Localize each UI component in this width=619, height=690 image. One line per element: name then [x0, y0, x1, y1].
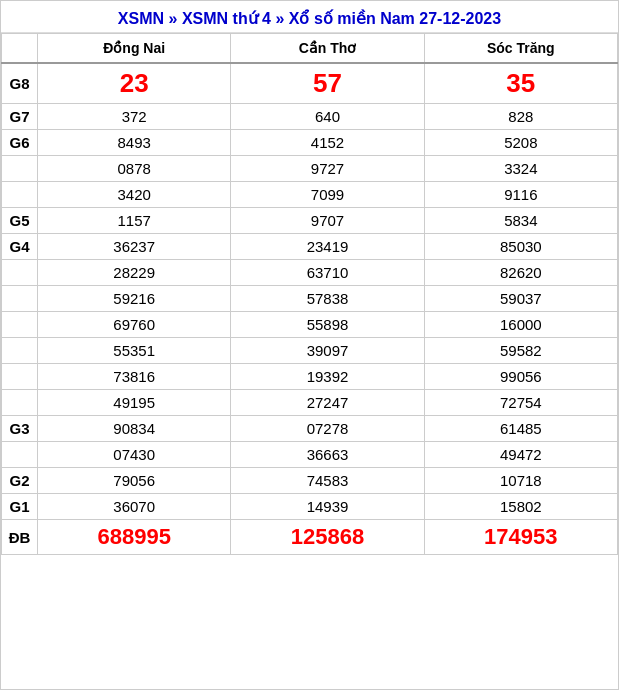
g4-3-dongnai: 59216 [38, 286, 231, 312]
page-header: XSMN » XSMN thứ 4 » Xổ số miền Nam 27-12… [1, 1, 618, 33]
g4-2-cantho: 63710 [231, 260, 424, 286]
header-sep1: » [164, 10, 182, 27]
g4-label: G4 [2, 234, 38, 260]
g2-row: G2 79056 74583 10718 [2, 468, 618, 494]
g5-cantho: 9707 [231, 208, 424, 234]
g1-soctrang: 15802 [424, 494, 617, 520]
g2-soctrang: 10718 [424, 468, 617, 494]
col-label-header [2, 34, 38, 64]
g6-row1: G6 8493 4152 5208 [2, 130, 618, 156]
column-headers: Đồng Nai Cần Thơ Sóc Trăng [2, 34, 618, 64]
g6-row3: 3420 7099 9116 [2, 182, 618, 208]
header-title: XSMN » XSMN thứ 4 » Xổ số miền Nam 27-12… [118, 10, 501, 27]
g4-row7-label [2, 390, 38, 416]
g4-3-cantho: 57838 [231, 286, 424, 312]
g6-row2: 0878 9727 3324 [2, 156, 618, 182]
db-dongnai: 688995 [38, 520, 231, 555]
g7-cantho: 640 [231, 104, 424, 130]
g7-label: G7 [2, 104, 38, 130]
g4-row6: 73816 19392 99056 [2, 364, 618, 390]
g4-7-dongnai: 49195 [38, 390, 231, 416]
g4-1-dongnai: 36237 [38, 234, 231, 260]
header-xsmn1: XSMN [118, 10, 164, 27]
g8-soctrang: 35 [424, 63, 617, 104]
g4-2-soctrang: 82620 [424, 260, 617, 286]
lottery-table: Đồng Nai Cần Thơ Sóc Trăng G8 23 57 35 G… [1, 33, 618, 555]
header-sep2: » [271, 10, 289, 27]
g8-cantho: 57 [231, 63, 424, 104]
g4-row5-label [2, 338, 38, 364]
g3-label: G3 [2, 416, 38, 442]
g6-3-dongnai: 3420 [38, 182, 231, 208]
g5-row: G5 1157 9707 5834 [2, 208, 618, 234]
g1-label: G1 [2, 494, 38, 520]
g4-3-soctrang: 59037 [424, 286, 617, 312]
g2-cantho: 74583 [231, 468, 424, 494]
g4-6-soctrang: 99056 [424, 364, 617, 390]
g4-row5: 55351 39097 59582 [2, 338, 618, 364]
g4-4-dongnai: 69760 [38, 312, 231, 338]
g3-1-cantho: 07278 [231, 416, 424, 442]
header-part3: Xổ số miền Nam 27-12-2023 [289, 10, 501, 27]
db-label: ĐB [2, 520, 38, 555]
g6-label: G6 [2, 130, 38, 156]
g8-row: G8 23 57 35 [2, 63, 618, 104]
g8-label: G8 [2, 63, 38, 104]
g4-7-cantho: 27247 [231, 390, 424, 416]
g3-row1: G3 90834 07278 61485 [2, 416, 618, 442]
g4-row6-label [2, 364, 38, 390]
g1-dongnai: 36070 [38, 494, 231, 520]
g4-5-soctrang: 59582 [424, 338, 617, 364]
g4-1-cantho: 23419 [231, 234, 424, 260]
g6-row3-label [2, 182, 38, 208]
db-soctrang: 174953 [424, 520, 617, 555]
g4-6-dongnai: 73816 [38, 364, 231, 390]
g4-row3: 59216 57838 59037 [2, 286, 618, 312]
g4-2-dongnai: 28229 [38, 260, 231, 286]
g8-dongnai: 23 [38, 63, 231, 104]
g5-label: G5 [2, 208, 38, 234]
g5-soctrang: 5834 [424, 208, 617, 234]
g3-2-soctrang: 49472 [424, 442, 617, 468]
g1-cantho: 14939 [231, 494, 424, 520]
g3-1-dongnai: 90834 [38, 416, 231, 442]
g4-row4-label [2, 312, 38, 338]
col-soctrang-header: Sóc Trăng [424, 34, 617, 64]
g1-row: G1 36070 14939 15802 [2, 494, 618, 520]
g4-row3-label [2, 286, 38, 312]
g4-1-soctrang: 85030 [424, 234, 617, 260]
g6-3-cantho: 7099 [231, 182, 424, 208]
g4-row7: 49195 27247 72754 [2, 390, 618, 416]
g6-2-soctrang: 3324 [424, 156, 617, 182]
g7-row: G7 372 640 828 [2, 104, 618, 130]
g4-4-soctrang: 16000 [424, 312, 617, 338]
g2-dongnai: 79056 [38, 468, 231, 494]
g4-row2-label [2, 260, 38, 286]
g3-1-soctrang: 61485 [424, 416, 617, 442]
db-cantho: 125868 [231, 520, 424, 555]
g4-row2: 28229 63710 82620 [2, 260, 618, 286]
g5-dongnai: 1157 [38, 208, 231, 234]
g4-row1: G4 36237 23419 85030 [2, 234, 618, 260]
g4-row4: 69760 55898 16000 [2, 312, 618, 338]
g7-dongnai: 372 [38, 104, 231, 130]
g6-2-cantho: 9727 [231, 156, 424, 182]
g6-2-dongnai: 0878 [38, 156, 231, 182]
g3-row2: 07430 36663 49472 [2, 442, 618, 468]
g3-2-cantho: 36663 [231, 442, 424, 468]
g6-1-soctrang: 5208 [424, 130, 617, 156]
g4-6-cantho: 19392 [231, 364, 424, 390]
g4-5-cantho: 39097 [231, 338, 424, 364]
g6-3-soctrang: 9116 [424, 182, 617, 208]
g3-2-dongnai: 07430 [38, 442, 231, 468]
g4-4-cantho: 55898 [231, 312, 424, 338]
g4-5-dongnai: 55351 [38, 338, 231, 364]
col-dongnai-header: Đồng Nai [38, 34, 231, 64]
g7-soctrang: 828 [424, 104, 617, 130]
db-row: ĐB 688995 125868 174953 [2, 520, 618, 555]
g6-1-dongnai: 8493 [38, 130, 231, 156]
g3-row2-label [2, 442, 38, 468]
g6-1-cantho: 4152 [231, 130, 424, 156]
g6-row2-label [2, 156, 38, 182]
g4-7-soctrang: 72754 [424, 390, 617, 416]
